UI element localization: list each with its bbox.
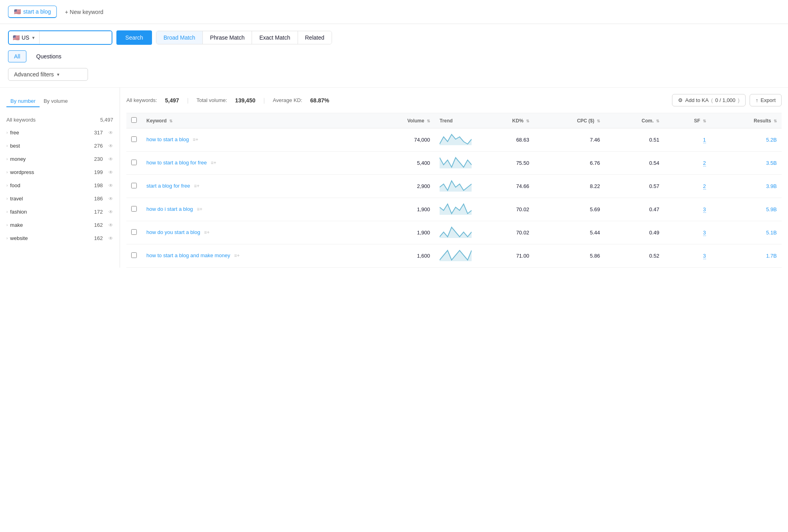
row-checkbox[interactable]: [131, 252, 137, 258]
sf-cell: 2: [664, 152, 710, 175]
sidebar-item-label: free: [10, 130, 92, 136]
eye-icon[interactable]: 👁: [108, 143, 113, 149]
results-link[interactable]: 1.7B: [766, 253, 777, 259]
eye-icon[interactable]: 👁: [108, 196, 113, 202]
results-link[interactable]: 5.9B: [766, 206, 777, 212]
add-keyword-icon[interactable]: ≡+: [197, 206, 202, 212]
select-all-checkbox[interactable]: [131, 117, 137, 123]
filter-tab-all[interactable]: All: [8, 50, 26, 62]
sidebar-tabs: By number By volume: [0, 96, 120, 107]
row-checkbox[interactable]: [131, 183, 137, 188]
keyword-link[interactable]: how to start a blog for free: [146, 160, 207, 166]
sidebar-item-label: food: [10, 182, 92, 188]
add-keyword-icon[interactable]: ≡+: [204, 230, 210, 235]
sidebar-item-count: 276: [94, 143, 103, 149]
filter-icon: ⚙: [678, 97, 683, 103]
eye-icon[interactable]: 👁: [108, 222, 113, 228]
col-header-keyword[interactable]: Keyword ⇅: [142, 113, 365, 128]
col-header-sf[interactable]: SF ⇅: [664, 113, 710, 128]
keyword-link[interactable]: how to start a blog and make money: [146, 252, 230, 258]
avg-kd-label: Average KD:: [273, 97, 302, 103]
keywords-table: Keyword ⇅ Volume ⇅ Trend KD% ⇅: [126, 113, 782, 268]
col-header-kd[interactable]: KD% ⇅: [476, 113, 534, 128]
list-item[interactable]: › travel 186 👁: [0, 192, 120, 205]
add-keyword-icon[interactable]: ≡+: [234, 253, 240, 258]
com-cell: 0.57: [605, 175, 664, 198]
keyword-link[interactable]: start a blog for free: [146, 183, 190, 189]
row-checkbox[interactable]: [131, 206, 137, 212]
tab-broad-match[interactable]: Broad Match: [156, 31, 203, 44]
export-icon: ↑: [756, 97, 758, 103]
sidebar-item-count: 198: [94, 182, 103, 188]
search-input[interactable]: [40, 31, 112, 44]
list-item[interactable]: › money 230 👁: [0, 152, 120, 166]
list-item[interactable]: › food 198 👁: [0, 179, 120, 192]
col-header-com[interactable]: Com. ⇅: [605, 113, 664, 128]
sf-cell: 3: [664, 198, 710, 221]
keyword-cell: how to start a blog for free ≡+: [142, 152, 365, 175]
filter-row: All Questions: [8, 50, 780, 62]
sidebar-header: All keywords 5,497: [0, 114, 120, 126]
keyword-link[interactable]: how do i start a blog: [146, 206, 193, 212]
new-keyword-btn[interactable]: + New keyword: [61, 6, 107, 18]
row-checkbox[interactable]: [131, 229, 137, 235]
col-header-volume[interactable]: Volume ⇅: [365, 113, 435, 128]
eye-icon[interactable]: 👁: [108, 156, 113, 162]
add-keyword-icon[interactable]: ≡+: [211, 160, 216, 166]
list-item[interactable]: › website 162 👁: [0, 232, 120, 245]
current-tab[interactable]: 🇺🇸 start a blog: [8, 6, 57, 18]
results-link[interactable]: 5.2B: [766, 137, 777, 143]
add-keyword-icon[interactable]: ≡+: [193, 137, 198, 142]
col-header-trend[interactable]: Trend: [435, 113, 476, 128]
row-checkbox[interactable]: [131, 160, 137, 165]
sf-link[interactable]: 3: [703, 253, 706, 259]
list-item[interactable]: › best 276 👁: [0, 139, 120, 152]
match-tabs: Broad Match Phrase Match Exact Match Rel…: [156, 31, 332, 44]
keyword-link[interactable]: how to start a blog: [146, 136, 189, 142]
cpc-cell: 5.69: [534, 198, 605, 221]
eye-icon[interactable]: 👁: [108, 170, 113, 175]
country-selector[interactable]: 🇺🇸 US ▼: [9, 31, 40, 44]
sf-link[interactable]: 2: [703, 160, 706, 166]
list-item[interactable]: › wordpress 199 👁: [0, 166, 120, 179]
sf-link[interactable]: 1: [703, 137, 706, 143]
trend-sparkline: [440, 156, 472, 168]
sf-link[interactable]: 3: [703, 206, 706, 213]
stat-divider-1: |: [187, 97, 189, 104]
advanced-filters[interactable]: Advanced filters ▼: [8, 68, 88, 81]
col-header-results[interactable]: Results ⇅: [711, 113, 782, 128]
sort-icon-results: ⇅: [774, 119, 777, 123]
add-to-ka-button[interactable]: ⚙ Add to KA (0 / 1,000): [672, 94, 746, 106]
results-link[interactable]: 3.9B: [766, 183, 777, 189]
export-button[interactable]: ↑ Export: [750, 94, 782, 106]
sf-link[interactable]: 3: [703, 230, 706, 236]
results-link[interactable]: 5.1B: [766, 230, 777, 236]
col-header-cpc[interactable]: CPC ($) ⇅: [534, 113, 605, 128]
sidebar-scroll[interactable]: › free 317 👁 › best 276 👁 › money 230 👁 …: [0, 126, 120, 245]
keyword-link[interactable]: how do you start a blog: [146, 229, 200, 235]
table-stats-row: All keywords: 5,497 | Total volume: 139,…: [126, 88, 782, 113]
eye-icon[interactable]: 👁: [108, 130, 113, 136]
tab-related[interactable]: Related: [298, 31, 332, 44]
filter-tab-questions[interactable]: Questions: [30, 50, 68, 62]
table-area: All keywords: 5,497 | Total volume: 139,…: [120, 88, 788, 268]
trend-cell: [435, 244, 476, 268]
eye-icon[interactable]: 👁: [108, 236, 113, 241]
sidebar-tab-by-volume[interactable]: By volume: [40, 96, 72, 107]
tab-phrase-match[interactable]: Phrase Match: [203, 31, 252, 44]
results-link[interactable]: 3.5B: [766, 160, 777, 166]
sf-link[interactable]: 2: [703, 183, 706, 190]
chevron-right-icon: ›: [6, 223, 8, 227]
list-item[interactable]: › make 162 👁: [0, 218, 120, 232]
eye-icon[interactable]: 👁: [108, 183, 113, 188]
sidebar-tab-by-number[interactable]: By number: [6, 96, 40, 107]
results-cell: 3.5B: [711, 152, 782, 175]
add-keyword-icon[interactable]: ≡+: [194, 183, 200, 189]
com-cell: 0.52: [605, 244, 664, 268]
search-button[interactable]: Search: [116, 30, 152, 45]
row-checkbox[interactable]: [131, 136, 137, 142]
tab-exact-match[interactable]: Exact Match: [252, 31, 298, 44]
list-item[interactable]: › fashion 172 👁: [0, 205, 120, 218]
list-item[interactable]: › free 317 👁: [0, 126, 120, 139]
eye-icon[interactable]: 👁: [108, 209, 113, 215]
